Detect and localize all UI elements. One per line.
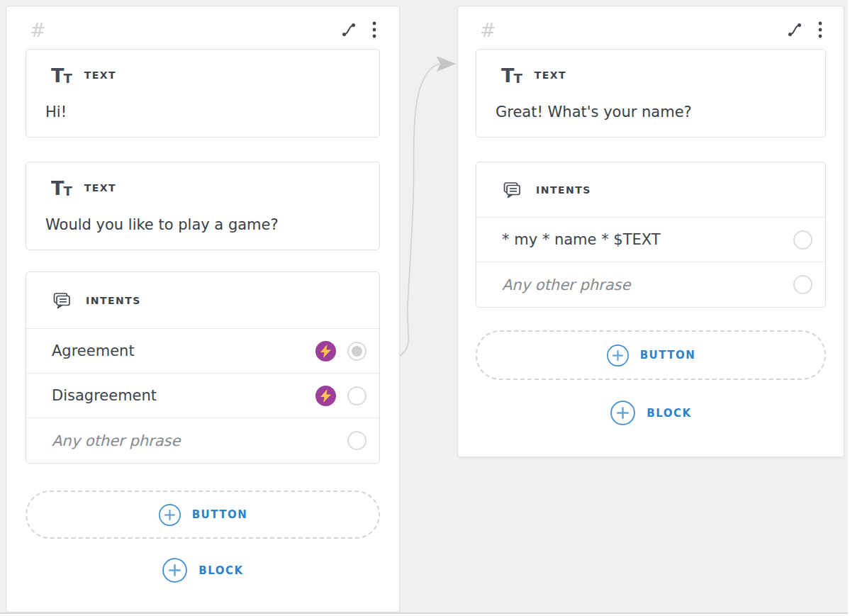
intent-text: Any other phrase — [52, 432, 347, 449]
add-block-button[interactable]: BLOCK — [476, 400, 826, 426]
connection-icon[interactable] — [340, 21, 357, 38]
intent-text: Any other phrase — [502, 276, 793, 293]
intent-connector-radio[interactable] — [793, 275, 812, 294]
intent-row-any-other-phrase[interactable]: Any other phrase — [26, 418, 379, 463]
plus-circle-icon — [610, 400, 636, 426]
plus-circle-icon — [162, 557, 188, 583]
intent-connector-radio[interactable] — [347, 431, 367, 450]
system-intent-badge — [315, 386, 336, 406]
kebab-menu-icon[interactable] — [371, 21, 377, 39]
card-label: TEXT — [84, 69, 116, 81]
system-intent-badge — [315, 341, 336, 362]
add-block-label: BLOCK — [647, 407, 691, 420]
plus-circle-icon — [158, 503, 181, 527]
intent-text: Disagreement — [52, 387, 315, 404]
lightning-icon — [320, 389, 331, 403]
flow-canvas: # TT TEXT Hi! — [0, 0, 848, 614]
text-card-body[interactable]: Would you like to play a game? — [45, 216, 365, 233]
block-id-hash: # — [30, 19, 46, 41]
block-header: # — [26, 6, 380, 49]
card-label: TEXT — [84, 182, 116, 194]
intent-text: * my * name * $TEXT — [502, 231, 793, 248]
intent-connector-radio[interactable] — [347, 342, 367, 361]
block-panel-1[interactable]: # TT TEXT Hi! — [6, 6, 400, 612]
intent-text: Agreement — [52, 342, 315, 359]
card-label: INTENTS — [86, 295, 141, 306]
intents-card[interactable]: INTENTS * my * name * $TEXT Any other ph… — [476, 162, 826, 308]
intent-row-agreement[interactable]: Agreement — [26, 329, 379, 374]
intent-row-my-name[interactable]: * my * name * $TEXT — [476, 218, 825, 262]
connection-icon[interactable] — [786, 21, 803, 38]
text-card-body[interactable]: Hi! — [45, 103, 365, 121]
kebab-menu-icon[interactable] — [817, 21, 823, 39]
lightning-icon — [320, 345, 331, 358]
add-block-button[interactable]: BLOCK — [26, 557, 380, 583]
block-header: # — [476, 6, 826, 49]
text-card[interactable]: TT TEXT Would you like to play a game? — [26, 162, 380, 250]
text-card-body[interactable]: Great! What's your name? — [496, 103, 811, 121]
card-label: TEXT — [535, 69, 566, 81]
add-button-button[interactable]: BUTTON — [476, 330, 826, 380]
text-card[interactable]: TT TEXT Great! What's your name? — [476, 49, 826, 138]
card-label: INTENTS — [536, 184, 591, 196]
block-panel-2[interactable]: # TT TEXT Great! What's your name? — [457, 6, 844, 457]
text-type-icon: TT — [51, 66, 72, 85]
intent-connector-radio[interactable] — [347, 386, 367, 405]
add-block-label: BLOCK — [198, 564, 243, 577]
intent-row-disagreement[interactable]: Disagreement — [26, 374, 379, 418]
plus-circle-icon — [606, 344, 630, 367]
text-type-icon: TT — [501, 66, 522, 85]
text-card[interactable]: TT TEXT Hi! — [26, 49, 380, 138]
intent-connector-radio[interactable] — [793, 230, 812, 250]
block-id-hash: # — [480, 19, 496, 41]
add-button-label: BUTTON — [192, 508, 248, 521]
text-type-icon: TT — [51, 179, 72, 198]
intents-card[interactable]: INTENTS Agreement Disagreement — [26, 271, 380, 464]
intents-icon — [51, 290, 72, 311]
add-button-label: BUTTON — [640, 349, 696, 362]
intents-icon — [501, 179, 522, 201]
add-button-button[interactable]: BUTTON — [26, 491, 380, 539]
intent-row-any-other-phrase[interactable]: Any other phrase — [476, 262, 825, 307]
